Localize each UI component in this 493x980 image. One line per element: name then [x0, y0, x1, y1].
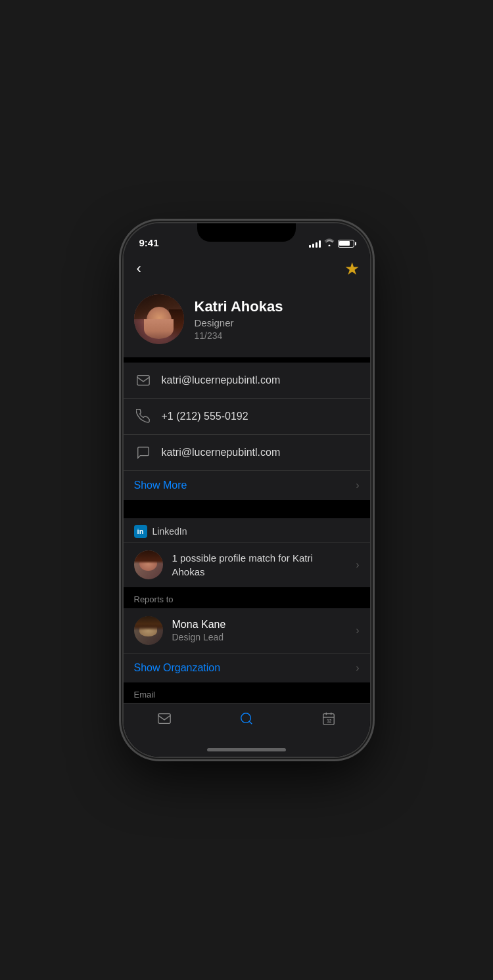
mona-avatar	[134, 616, 163, 645]
favorite-button[interactable]: ★	[344, 259, 360, 279]
linkedin-match-row[interactable]: 1 possible profile match for Katri Ahoka…	[124, 543, 370, 587]
linkedin-label: LinkedIn	[153, 526, 187, 537]
show-org-button[interactable]: Show Organzation ›	[124, 654, 370, 682]
email-gap: Email	[124, 685, 370, 703]
reports-section: Mona Kane Design Lead › Show Organzation…	[124, 608, 370, 682]
calendar-tab-icon: 12	[320, 710, 337, 727]
phone-frame: 9:41 ‹ ★	[124, 223, 370, 757]
linkedin-badge-label: in	[137, 527, 144, 535]
linkedin-chevron: ›	[356, 559, 359, 571]
svg-point-2	[241, 713, 251, 723]
linkedin-badge: in	[134, 525, 147, 538]
tab-mail[interactable]	[124, 710, 206, 727]
email-contact-row[interactable]: katri@lucernepubintl.com	[124, 363, 370, 399]
scrollable-content[interactable]: ‹ ★	[124, 252, 370, 703]
person-info: Mona Kane Design Lead	[172, 619, 347, 642]
message-value: katri@lucernepubintl.com	[162, 447, 360, 458]
svg-rect-1	[158, 714, 170, 724]
email-contact-value: katri@lucernepubintl.com	[162, 374, 360, 386]
reports-gap: Reports to	[124, 587, 370, 608]
status-time: 9:41	[139, 237, 159, 248]
person-name: Mona Kane	[172, 619, 347, 631]
show-more-chevron: ›	[356, 479, 359, 491]
app-content: ‹ ★	[124, 252, 370, 757]
signal-icon	[309, 240, 321, 248]
show-more-label: Show More	[134, 479, 187, 491]
tab-calendar[interactable]: 12	[288, 710, 370, 727]
linkedin-match-text: 1 possible profile match for Katri Ahoka…	[172, 551, 347, 579]
message-row[interactable]: katri@lucernepubintl.com	[124, 435, 370, 471]
phone-value: +1 (212) 555-0192	[162, 411, 360, 422]
profile-title: Designer	[195, 317, 360, 328]
reports-person-row[interactable]: Mona Kane Design Lead ›	[124, 608, 370, 654]
tab-search[interactable]	[206, 710, 288, 727]
tab-bar: 12	[124, 703, 370, 757]
notch	[197, 223, 296, 242]
svg-rect-0	[137, 376, 149, 386]
reports-section-label: Reports to	[134, 594, 174, 604]
profile-stats: 11/234	[195, 330, 360, 341]
reports-chevron: ›	[356, 625, 359, 636]
profile-name: Katri Ahokas	[195, 298, 360, 315]
mail-tab-icon	[156, 710, 173, 727]
search-tab-icon	[238, 710, 255, 727]
show-org-label: Show Organzation	[134, 662, 221, 674]
show-org-chevron: ›	[356, 662, 359, 674]
wifi-icon	[324, 238, 335, 248]
avatar	[134, 294, 184, 344]
home-indicator	[207, 748, 286, 751]
status-icons	[309, 238, 354, 248]
person-title: Design Lead	[172, 632, 347, 642]
profile-section: Katri Ahokas Designer 11/234	[124, 286, 370, 357]
phone-icon	[134, 407, 153, 426]
profile-info: Katri Ahokas Designer 11/234	[195, 298, 360, 341]
phone-row[interactable]: +1 (212) 555-0192	[124, 399, 370, 435]
contact-section: katri@lucernepubintl.com +1 (212) 555-01…	[124, 363, 370, 500]
battery-icon	[338, 240, 354, 248]
linkedin-gap	[124, 500, 370, 518]
email-icon	[134, 371, 153, 390]
linkedin-section: in LinkedIn 1 possible profile match for…	[124, 518, 370, 587]
message-icon	[134, 443, 153, 462]
show-more-button[interactable]: Show More ›	[124, 471, 370, 500]
email-section-label: Email	[134, 690, 156, 700]
back-button[interactable]: ‹	[134, 257, 144, 280]
svg-text:12: 12	[327, 719, 332, 723]
linkedin-header: in LinkedIn	[124, 518, 370, 543]
linkedin-avatar	[134, 550, 163, 579]
nav-bar: ‹ ★	[124, 252, 370, 286]
